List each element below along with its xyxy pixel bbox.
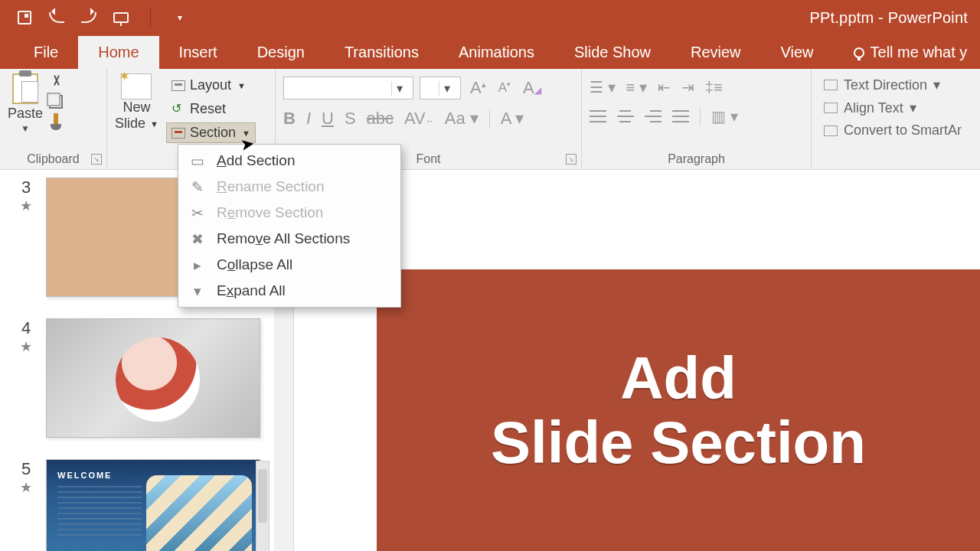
- add-section-icon: ▭: [189, 154, 206, 168]
- remove-section-icon: ✂: [189, 206, 206, 220]
- paste-label: Paste: [8, 106, 43, 122]
- start-from-beginning-icon[interactable]: [113, 10, 129, 25]
- menu-remove-all-sections[interactable]: ✖ Remove All Sections: [178, 226, 400, 252]
- tab-tell-me[interactable]: Tell me what y: [834, 36, 980, 69]
- tab-transitions[interactable]: Transitions: [325, 36, 439, 69]
- decrease-indent-icon[interactable]: ⇤: [658, 78, 671, 96]
- tab-slideshow[interactable]: Slide Show: [554, 36, 671, 69]
- strikethrough-icon[interactable]: abc: [367, 109, 394, 129]
- group-paragraph: ☰ ▾ ≡ ▾ ⇤ ⇥ ‡≡ ▥ ▾ Paragraph: [582, 69, 812, 169]
- chevron-down-icon: ▼: [21, 123, 30, 134]
- tab-review[interactable]: Review: [671, 36, 761, 69]
- font-name-input[interactable]: ▾: [283, 77, 413, 99]
- clear-formatting-icon[interactable]: A◢: [520, 78, 544, 98]
- group-text-extras: Text Direction ▾ Align Text ▾ Convert to…: [812, 69, 980, 169]
- change-case-icon[interactable]: Aa ▾: [445, 109, 479, 129]
- italic-icon[interactable]: I: [306, 109, 311, 129]
- slide-thumbnail[interactable]: 5★ WELCOME: [17, 459, 268, 551]
- ribbon: Paste ▼ Clipboard ↘ New Slide ▼: [0, 69, 980, 170]
- paste-button[interactable]: Paste ▼: [8, 73, 43, 134]
- align-left-icon[interactable]: [590, 110, 606, 122]
- overlay-line-1: Add: [620, 348, 737, 408]
- overlay-caption: Add Slide Section: [377, 269, 980, 551]
- save-icon[interactable]: [17, 10, 32, 25]
- tab-home[interactable]: Home: [78, 36, 158, 69]
- align-center-icon[interactable]: [617, 110, 634, 122]
- separator: [489, 109, 490, 129]
- clipboard-launcher-icon[interactable]: ↘: [91, 154, 102, 165]
- tell-me-label: Tell me what y: [871, 44, 968, 61]
- chevron-down-icon: ▼: [150, 119, 158, 129]
- customize-qat-icon[interactable]: ▾: [172, 10, 188, 25]
- format-painter-icon[interactable]: [54, 113, 58, 126]
- chevron-down-icon: ▾: [439, 81, 454, 96]
- text-direction-button[interactable]: Text Direction ▾: [824, 77, 972, 93]
- section-button[interactable]: Section ▼: [166, 122, 256, 143]
- align-right-icon[interactable]: [645, 110, 662, 122]
- shadow-icon[interactable]: S: [345, 109, 356, 129]
- layout-button[interactable]: Layout ▼: [166, 75, 256, 96]
- smartart-icon: [824, 126, 838, 136]
- redo-icon[interactable]: [81, 10, 96, 25]
- slide-title-text: WELCOME: [57, 471, 112, 480]
- tab-insert[interactable]: Insert: [159, 36, 237, 69]
- slide-number: 3: [21, 178, 31, 197]
- scrollbar-handle[interactable]: [258, 469, 267, 523]
- increase-indent-icon[interactable]: ⇥: [681, 78, 694, 96]
- grow-font-icon[interactable]: A▴: [467, 78, 489, 98]
- slide-preview[interactable]: WELCOME: [46, 459, 260, 551]
- slide-thumbnail[interactable]: 4★: [17, 318, 268, 438]
- reset-button[interactable]: Reset: [166, 99, 256, 119]
- menu-collapse-all[interactable]: ▸ Collapse All: [178, 252, 400, 278]
- menu-add-section[interactable]: ▭ Add Section: [178, 148, 400, 174]
- rename-section-icon: ✎: [189, 180, 206, 194]
- justify-icon[interactable]: [672, 110, 689, 122]
- bold-icon[interactable]: B: [283, 109, 296, 129]
- layout-label: Layout: [190, 77, 231, 93]
- tab-file[interactable]: File: [14, 36, 78, 69]
- layout-icon: [172, 80, 185, 91]
- tab-animations[interactable]: Animations: [439, 36, 554, 69]
- convert-smartart-button[interactable]: Convert to SmartAr: [824, 122, 972, 139]
- group-label-paragraph: Paragraph: [582, 152, 811, 166]
- slide-preview[interactable]: [46, 318, 260, 438]
- group-clipboard: Paste ▼ Clipboard ↘: [0, 69, 107, 169]
- section-dropdown-menu: ▭ Add Section ✎ Rename Section ✂ Remove …: [178, 144, 401, 308]
- cut-icon[interactable]: [49, 75, 64, 90]
- qat-separator: [150, 8, 151, 28]
- font-size-input[interactable]: ▾: [420, 77, 461, 99]
- animation-star-icon: ★: [20, 199, 32, 213]
- line-spacing-icon[interactable]: ‡≡: [705, 79, 723, 96]
- menu-remove-section: ✂ Remove Section: [178, 200, 400, 226]
- character-spacing-icon[interactable]: AV↔: [404, 109, 434, 129]
- window-title: PPt.pptm - PowerPoint: [809, 9, 968, 27]
- ribbon-tabs: File Home Insert Design Transitions Anim…: [0, 35, 980, 69]
- animation-star-icon: ★: [20, 340, 32, 354]
- new-slide-button[interactable]: New Slide ▼: [115, 73, 158, 143]
- tab-design[interactable]: Design: [237, 36, 325, 69]
- thumbnail-scrollbar[interactable]: [256, 461, 270, 551]
- workspace: 3★ 4★ 5★ WELCOME Add Slide Section: [0, 170, 980, 551]
- title-bar: ▾ PPt.pptm - PowerPoint: [0, 0, 980, 35]
- quick-access-toolbar: ▾: [6, 8, 188, 28]
- shrink-font-icon[interactable]: A▾: [495, 80, 514, 96]
- remove-all-sections-icon: ✖: [189, 232, 206, 246]
- numbering-icon[interactable]: ≡ ▾: [626, 78, 647, 96]
- font-launcher-icon[interactable]: ↘: [566, 154, 577, 165]
- align-text-button[interactable]: Align Text ▾: [824, 99, 972, 116]
- columns-icon[interactable]: ▥ ▾: [711, 107, 738, 126]
- new-slide-icon: [121, 73, 152, 99]
- bullets-icon[interactable]: ☰ ▾: [590, 78, 616, 96]
- tab-view[interactable]: View: [761, 36, 834, 69]
- align-text-icon: [824, 103, 838, 113]
- separator: [700, 107, 701, 126]
- copy-icon[interactable]: [49, 95, 63, 109]
- menu-expand-all[interactable]: ▾ Expand All: [178, 278, 400, 304]
- section-icon: [172, 128, 185, 139]
- undo-icon[interactable]: [49, 10, 64, 25]
- new-slide-label-top: New: [122, 99, 150, 116]
- underline-icon[interactable]: U: [322, 109, 334, 129]
- font-color-icon[interactable]: A ▾: [501, 109, 524, 129]
- slide-image-placeholder: [146, 475, 252, 551]
- align-text-label: Align Text: [844, 100, 903, 116]
